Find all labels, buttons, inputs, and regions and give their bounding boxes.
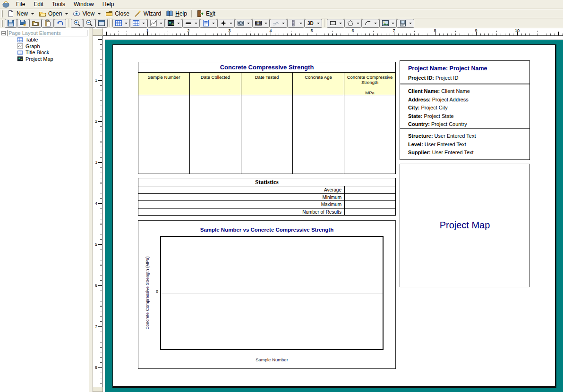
chevron-down-icon[interactable] bbox=[264, 23, 267, 24]
menu-file[interactable]: File bbox=[12, 0, 29, 8]
insert-image-button[interactable] bbox=[165, 19, 182, 28]
chevron-down-icon[interactable] bbox=[357, 23, 359, 24]
tree-root-label[interactable]: Page Layout Elements bbox=[7, 30, 87, 36]
main-toolbar: NewOpenViewCloseWizardHelpExit bbox=[0, 9, 563, 18]
title-block-client-section: Client Name: Client NameAddress: Project… bbox=[400, 84, 529, 129]
table-icon bbox=[115, 19, 122, 27]
help-label: Help bbox=[175, 10, 187, 17]
new-label: New bbox=[17, 10, 28, 17]
draw-arc-button[interactable] bbox=[362, 19, 379, 28]
page-preview-button[interactable] bbox=[95, 19, 108, 28]
open-button[interactable]: Open bbox=[36, 10, 70, 18]
menu-window[interactable]: Window bbox=[69, 0, 98, 8]
line-icon bbox=[185, 19, 192, 27]
title-block-user-section: Structure: User Entered TextLevel: User … bbox=[400, 129, 529, 159]
insert-column-button[interactable] bbox=[287, 19, 305, 28]
draw-polygon-button[interactable] bbox=[344, 19, 362, 28]
chevron-down-icon[interactable] bbox=[339, 23, 342, 24]
zoom-in-button[interactable] bbox=[71, 19, 83, 28]
ruler-number: 6 bbox=[95, 283, 97, 288]
save-button[interactable] bbox=[5, 19, 17, 28]
close-button[interactable]: Close bbox=[103, 10, 132, 18]
chevron-down-icon[interactable] bbox=[282, 23, 285, 24]
insert-3d-button[interactable]: 3D bbox=[305, 19, 322, 28]
title-block-field: Client Name: Client Name bbox=[408, 87, 527, 96]
draw-rectangle-button[interactable] bbox=[327, 19, 344, 28]
chevron-down-icon[interactable] bbox=[317, 23, 320, 24]
ruler-number: 3 bbox=[95, 160, 97, 165]
column-header: Sample Number bbox=[138, 73, 190, 95]
ruler-number: 4 bbox=[95, 201, 97, 206]
insert-graph-button[interactable] bbox=[147, 19, 165, 28]
save-export-button[interactable] bbox=[17, 19, 29, 28]
open-file-button[interactable] bbox=[29, 19, 42, 28]
statistics-title: Statistics bbox=[138, 178, 395, 186]
wizard-button[interactable]: Wizard bbox=[132, 10, 163, 18]
column-header-text: Concrete Compressive Strength bbox=[344, 75, 395, 85]
title-block-element[interactable]: Project Name: Project Name Project ID: P… bbox=[400, 60, 530, 160]
exit-button[interactable]: Exit bbox=[194, 10, 218, 18]
field-label: Level: bbox=[408, 142, 423, 147]
chevron-down-icon[interactable] bbox=[31, 13, 34, 15]
svg-text:3D: 3D bbox=[307, 21, 314, 26]
sidebar-item-graph[interactable]: Graph bbox=[0, 43, 89, 50]
panel-splitter[interactable] bbox=[89, 28, 93, 392]
chevron-down-icon[interactable] bbox=[409, 23, 412, 24]
chevron-down-icon[interactable] bbox=[247, 23, 250, 24]
insert-freehand-button[interactable] bbox=[270, 19, 287, 28]
chevron-down-icon[interactable] bbox=[125, 23, 128, 24]
insert-line-button[interactable] bbox=[182, 19, 200, 28]
line-chart-icon bbox=[17, 43, 23, 49]
insert-point-button[interactable] bbox=[217, 19, 235, 28]
statistics-table-element[interactable]: Statistics AverageMinimumMaximumNumber o… bbox=[138, 178, 396, 216]
pentagon-icon bbox=[347, 19, 354, 27]
chevron-down-icon[interactable] bbox=[65, 13, 68, 15]
toolbar-separator bbox=[324, 19, 325, 27]
view-button[interactable]: View bbox=[70, 10, 103, 18]
chevron-down-icon[interactable] bbox=[98, 13, 101, 15]
menu-tools[interactable]: Tools bbox=[48, 0, 69, 8]
sidebar-item-table[interactable]: Table bbox=[0, 37, 89, 43]
ruler-number: 5 bbox=[310, 28, 313, 33]
column-header: Concrete Age bbox=[293, 73, 344, 95]
toolbar-grip[interactable] bbox=[1, 10, 3, 17]
insert-picture-button[interactable] bbox=[379, 19, 397, 28]
undo-button[interactable] bbox=[54, 19, 66, 28]
zoom-out-button[interactable] bbox=[83, 19, 95, 28]
chevron-down-icon[interactable] bbox=[392, 23, 394, 24]
insert-table-button[interactable] bbox=[112, 19, 130, 28]
column-header: Concrete Compressive StrengthMPa bbox=[344, 73, 395, 95]
chevron-down-icon[interactable] bbox=[195, 23, 197, 24]
project-map-element[interactable]: Project Map bbox=[400, 164, 530, 287]
toolbar-grip[interactable] bbox=[1, 20, 3, 27]
field-label: Structure: bbox=[408, 133, 433, 139]
data-table-element[interactable]: Concrete Compressive Strength Sample Num… bbox=[138, 62, 396, 174]
menu-help[interactable]: Help bbox=[98, 0, 119, 8]
insert-picture-caption-button[interactable] bbox=[397, 19, 414, 28]
insert-picture-strip-button[interactable] bbox=[235, 19, 252, 28]
insert-picture-strip-alt-button[interactable] bbox=[252, 19, 270, 28]
new-button[interactable]: New bbox=[5, 10, 36, 18]
menu-edit[interactable]: Edit bbox=[29, 0, 48, 8]
sidebar-item-title-block[interactable]: Title Block bbox=[0, 50, 89, 56]
chevron-down-icon[interactable] bbox=[374, 23, 377, 24]
chevron-down-icon[interactable] bbox=[160, 23, 162, 24]
project-name-label: Project Name: bbox=[408, 65, 448, 72]
graph-element[interactable]: Sample Number vs Concrete Compressive St… bbox=[138, 220, 396, 369]
chevron-down-icon[interactable] bbox=[299, 23, 302, 24]
chevron-down-icon[interactable] bbox=[142, 23, 145, 24]
statistics-row: Minimum bbox=[138, 193, 395, 201]
ruler-number: 7 bbox=[392, 28, 395, 33]
insert-text-block-button[interactable] bbox=[200, 19, 217, 28]
help-button[interactable]: Help bbox=[163, 10, 189, 18]
statistics-row-label: Maximum bbox=[138, 201, 344, 208]
sidebar-item-project-map[interactable]: Project Map bbox=[0, 56, 89, 63]
chevron-down-icon[interactable] bbox=[177, 23, 180, 24]
collapse-icon[interactable] bbox=[1, 31, 6, 35]
chevron-down-icon[interactable] bbox=[230, 23, 232, 24]
new-document-icon bbox=[7, 10, 15, 17]
insert-header-table-button[interactable] bbox=[130, 19, 147, 28]
paste-button[interactable] bbox=[42, 19, 54, 28]
statistics-value-cell bbox=[344, 201, 395, 208]
chevron-down-icon[interactable] bbox=[212, 23, 215, 24]
